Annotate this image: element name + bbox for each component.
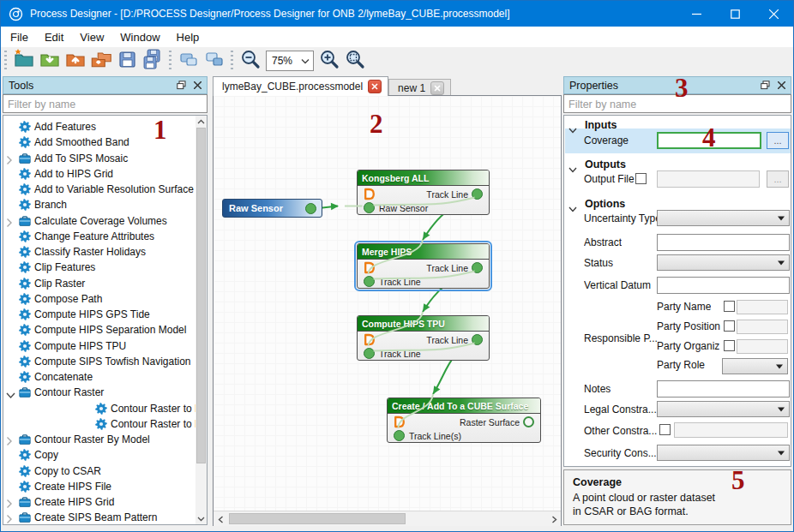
scroll-up-arrow[interactable] [197, 117, 205, 125]
text-field[interactable] [657, 234, 790, 251]
text-field[interactable] [737, 320, 788, 334]
tools-scrollbar[interactable] [195, 116, 207, 524]
tool-item[interactable]: Add Features [4, 119, 206, 134]
paste-process-button[interactable] [202, 49, 227, 73]
tools-filter-input[interactable] [3, 95, 202, 114]
menu-edit[interactable]: Edit [38, 31, 70, 44]
output-port[interactable] [523, 416, 534, 427]
float-panel-icon[interactable] [174, 79, 188, 93]
node-tpu[interactable]: Compute HIPS TPUTrack LineTrack Line [357, 315, 490, 361]
input-port[interactable] [364, 348, 375, 359]
zoom-level-combo[interactable]: 75% [266, 51, 314, 71]
tool-item[interactable]: Calculate Coverage Volumes [4, 213, 206, 229]
node-raw[interactable]: Raw Sensor [222, 199, 322, 218]
checkbox[interactable] [635, 173, 647, 184]
output-port[interactable] [472, 188, 483, 200]
tool-item[interactable]: Add to Variable Resolution Surface [4, 182, 206, 197]
tool-item[interactable]: Compute HIPS GPS Tide [4, 307, 206, 322]
section-chevron-icon[interactable] [568, 122, 577, 137]
text-field[interactable] [657, 277, 790, 294]
zoom-fit-button[interactable] [342, 49, 368, 73]
tool-item[interactable]: Add Smoothed Band [4, 134, 206, 150]
node-merge[interactable]: Merge HIPSTrack LineTrack Line [357, 243, 490, 289]
tool-item[interactable]: Contour Raster to HOB [4, 416, 206, 432]
browse-button[interactable]: ... [767, 132, 789, 149]
maximize-button[interactable] [716, 1, 755, 27]
checkbox[interactable] [724, 320, 735, 332]
tool-item[interactable]: Compute HIPS TPU [4, 338, 206, 354]
checkbox[interactable] [724, 340, 735, 351]
text-field[interactable] [674, 422, 788, 438]
tool-item[interactable]: Concatenate [4, 369, 206, 385]
zoom-in-button[interactable] [316, 49, 342, 73]
duplicate-model-button[interactable] [88, 49, 114, 73]
tool-item[interactable]: Copy [4, 447, 206, 463]
tab-new-1[interactable]: new 1 [388, 79, 451, 96]
menu-file[interactable]: File [3, 31, 35, 44]
tool-item[interactable]: Branch [4, 197, 206, 212]
tool-item[interactable]: Contour Raster [4, 385, 206, 400]
input-port[interactable] [364, 202, 375, 213]
tool-item[interactable]: Contour Raster to DXF [4, 401, 206, 416]
close-button[interactable] [755, 1, 793, 27]
input-port[interactable] [364, 276, 375, 287]
tab-close-icon[interactable] [368, 80, 382, 93]
menu-view[interactable]: View [73, 31, 111, 44]
input-port[interactable] [394, 430, 405, 441]
process-canvas[interactable]: Raw SensorKongsberg ALLTrack LineRaw Sen… [214, 96, 561, 511]
output-file-field[interactable] [657, 170, 760, 188]
minimize-button[interactable] [677, 1, 716, 27]
output-port[interactable] [472, 334, 483, 345]
tool-item[interactable]: Compute HIPS Separation Model [4, 322, 206, 338]
checkbox[interactable] [724, 301, 735, 312]
close-panel-icon[interactable] [774, 79, 788, 93]
save-all-button[interactable] [140, 49, 165, 73]
tool-item[interactable]: Classify Raster Holidays [4, 244, 206, 260]
canvas-hscrollbar[interactable] [214, 511, 561, 526]
tools-scroll-thumb[interactable] [196, 128, 206, 463]
dropdown[interactable] [722, 358, 788, 374]
tab-close-icon[interactable] [430, 81, 444, 95]
copy-process-button[interactable] [176, 49, 202, 73]
text-field[interactable] [737, 339, 788, 354]
node-kongsberg[interactable]: Kongsberg ALLTrack LineRaw Sensor [357, 170, 490, 215]
section-chevron-icon[interactable] [568, 161, 577, 176]
scroll-right-arrow[interactable] [549, 514, 559, 524]
new-model-button[interactable] [11, 49, 37, 73]
tab-lymebay-cube-processmodel[interactable]: lymeBay_CUBE.processmodel [213, 76, 388, 96]
tool-item[interactable]: Contour Raster By Model [4, 432, 206, 447]
output-port[interactable] [472, 262, 483, 273]
tool-item[interactable]: Add to HIPS Grid [4, 166, 206, 182]
text-field[interactable] [657, 380, 790, 398]
tool-item[interactable]: Create SIPS Beam Pattern [4, 510, 206, 525]
chevron-collapsed-icon[interactable] [6, 512, 13, 525]
node-cube[interactable]: Create / Add To a CUBE SurfaceRaster Sur… [387, 398, 541, 443]
browse-button[interactable]: ... [767, 170, 789, 188]
checkbox[interactable] [659, 424, 671, 435]
tool-item[interactable]: Compute SIPS Towfish Navigation [4, 354, 206, 369]
tool-item[interactable]: Create HIPS Grid [4, 494, 206, 510]
tool-item[interactable]: Compose Path [4, 291, 206, 307]
close-panel-icon[interactable] [190, 79, 204, 93]
tool-item[interactable]: Clip Features [4, 260, 206, 275]
export-model-button[interactable] [63, 49, 88, 73]
canvas-hscroll-thumb[interactable] [229, 513, 406, 524]
tool-item[interactable]: Add To SIPS Mosaic [4, 151, 206, 166]
tool-item[interactable]: Copy to CSAR [4, 463, 206, 479]
tool-item[interactable]: Change Feature Attributes [4, 229, 206, 244]
dropdown[interactable] [657, 445, 790, 461]
float-panel-icon[interactable] [758, 79, 772, 93]
text-field[interactable] [737, 300, 788, 314]
menu-window[interactable]: Window [113, 31, 166, 44]
section-chevron-icon[interactable] [568, 200, 577, 216]
menu-help[interactable]: Help [170, 31, 207, 44]
dropdown[interactable] [657, 210, 790, 226]
dropdown[interactable] [657, 401, 790, 417]
output-port[interactable] [305, 203, 316, 214]
scroll-left-arrow[interactable] [215, 514, 226, 524]
dropdown[interactable] [657, 254, 790, 271]
tool-item[interactable]: Create HIPS File [4, 479, 206, 494]
open-model-button[interactable] [37, 49, 63, 73]
scroll-down-arrow[interactable] [197, 515, 205, 523]
tool-item[interactable]: Clip Raster [4, 276, 206, 291]
